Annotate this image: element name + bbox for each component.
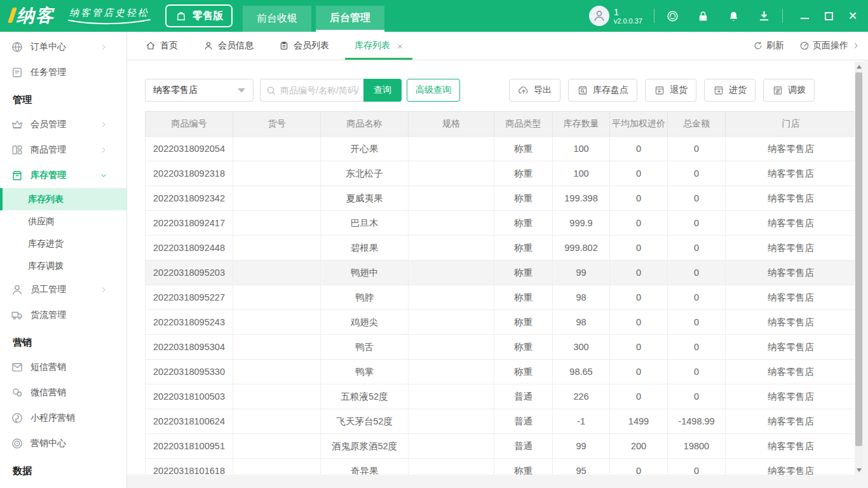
edition-badge[interactable]: 零售版	[165, 4, 233, 27]
purchase-button[interactable]: 进货	[704, 79, 756, 102]
table-cell	[409, 211, 494, 236]
purchase-icon	[713, 85, 724, 96]
scroll-up-button[interactable]	[855, 62, 863, 71]
page-operations-button[interactable]: 页面操作	[799, 40, 860, 51]
download-icon[interactable]	[757, 10, 771, 23]
page-tabbar: 首页会员信息会员列表库存列表×刷新页面操作	[127, 32, 868, 60]
scrollbar-thumb[interactable]	[855, 72, 862, 446]
stocktake-button[interactable]: 库存盘点	[568, 79, 637, 102]
close-button[interactable]: ✕	[843, 6, 863, 26]
tab-member-list[interactable]: 会员列表	[269, 32, 339, 60]
table-cell: 纳客零售店	[726, 434, 857, 459]
sidebar-item-inventory-list[interactable]: 库存列表	[0, 188, 126, 210]
close-tab-icon[interactable]: ×	[397, 41, 403, 51]
bottom-strip	[127, 475, 868, 488]
lock-icon[interactable]	[696, 10, 710, 23]
table-cell: 夏威夷果	[321, 186, 409, 211]
column-header: 商品编号	[146, 112, 233, 137]
sidebar-item-order-center[interactable]: 订单中心	[0, 34, 126, 60]
advanced-search-button[interactable]: 高级查询	[407, 79, 460, 102]
minimize-button[interactable]	[794, 6, 815, 26]
tab-member-info[interactable]: 会员信息	[194, 32, 263, 60]
sidebar-item-inventory-transfer[interactable]: 库存调拨	[0, 255, 126, 277]
table-cell: 开心果	[321, 137, 409, 161]
search-input[interactable]	[280, 85, 358, 95]
table-row[interactable]: 20220318095227鸭脖称重9800纳客零售店	[146, 285, 857, 310]
table-cell: 纳客零售店	[726, 335, 857, 360]
table-cell: 0	[610, 384, 668, 409]
table-cell	[409, 137, 494, 161]
table-cell	[409, 161, 494, 186]
bell-icon[interactable]	[727, 10, 740, 23]
searchbox: 查询	[260, 79, 402, 102]
sidebar-item-inventory-purchase[interactable]: 库存进货	[0, 233, 126, 255]
sidebar-item-logistics-management[interactable]: 货流管理	[0, 302, 126, 328]
table-row[interactable]: 20220318095203鸭翅中称重9900纳客零售店	[146, 261, 857, 285]
avatar[interactable]	[589, 6, 609, 26]
table-cell: 称重	[494, 310, 553, 335]
search-icon	[266, 85, 276, 96]
sidebar-item-wechat-marketing[interactable]: 微信营销	[0, 380, 126, 405]
table-row[interactable]: 20220318092448碧根果称重999.80200纳客零售店	[146, 236, 857, 261]
user-number: 1	[614, 6, 642, 17]
table-cell: 称重	[494, 261, 553, 285]
table-cell: 20220318101618	[146, 459, 233, 475]
sidebar-item-member-management[interactable]: 会员管理	[0, 112, 126, 137]
sidebar-item-sms-marketing[interactable]: 短信营销	[0, 355, 126, 380]
table-cell	[409, 186, 494, 211]
maximize-button[interactable]	[818, 6, 839, 26]
customer-service-icon[interactable]	[666, 10, 679, 23]
tabbar-actions: 刷新页面操作	[753, 32, 860, 60]
table-row[interactable]: 20220318100951酒鬼原浆酒52度普通9920019800纳客零售店	[146, 434, 857, 459]
sidebar-item-marketing-center[interactable]: 营销中心	[0, 431, 126, 456]
table-row[interactable]: 20220318092054开心果称重10000纳客零售店	[146, 137, 857, 161]
table-cell: 称重	[494, 137, 553, 161]
table-row[interactable]: 20220318095243鸡翅尖称重9800纳客零售店	[146, 310, 857, 335]
table-cell: 999.802	[553, 236, 610, 261]
sidebar-item-inventory-management[interactable]: 库存管理	[0, 163, 126, 188]
shopping-bag-icon	[175, 10, 187, 22]
table-row[interactable]: 20220318095304鸭舌称重30000纳客零售店	[146, 335, 857, 360]
sidebar-item-label: 营销中心	[31, 438, 117, 449]
sidebar-item-staff-management[interactable]: 员工管理	[0, 277, 126, 302]
sidebar-item-supplier[interactable]: 供应商	[0, 210, 126, 233]
table-cell: 0	[610, 137, 668, 161]
store-select[interactable]: 纳客零售店	[145, 79, 254, 102]
sidebar-item-label: 商品管理	[31, 144, 97, 156]
table-row[interactable]: 20220318101618奇异果称重9500纳客零售店	[146, 459, 857, 475]
table-cell: 0	[668, 459, 726, 475]
sidebar-item-statistics-report[interactable]: 统计报表	[0, 483, 126, 488]
search-button[interactable]: 查询	[363, 79, 402, 102]
table-cell: 纳客零售店	[726, 409, 857, 434]
top-nav-backend-manage[interactable]: 后台管理	[316, 6, 384, 32]
table-row[interactable]: 20220318092417巴旦木称重999.900纳客零售店	[146, 211, 857, 236]
tab-inventory-list[interactable]: 库存列表×	[345, 32, 412, 60]
return-icon	[654, 85, 665, 96]
table-cell: 0	[668, 384, 726, 409]
sidebar-item-task-management[interactable]: 任务管理	[0, 60, 126, 85]
table-cell: 20220318095330	[146, 360, 233, 384]
table-cell: 0	[610, 186, 668, 211]
return-goods-button[interactable]: 退货	[645, 79, 696, 102]
refresh-button[interactable]: 刷新	[753, 40, 784, 51]
export-button[interactable]: 导出	[509, 79, 560, 102]
sidebar-item-label: 员工管理	[31, 284, 97, 295]
scrollbar[interactable]	[855, 62, 863, 475]
scroll-down-button[interactable]	[855, 465, 863, 475]
table-cell: 纳客零售店	[726, 285, 857, 310]
sidebar-item-miniprogram-marketing[interactable]: 小程序营销	[0, 405, 126, 431]
top-nav-front-cashier[interactable]: 前台收银	[243, 6, 311, 32]
tab-home[interactable]: 首页	[136, 32, 187, 60]
table-row[interactable]: 20220318092342夏威夷果称重199.39800纳客零售店	[146, 186, 857, 211]
transfer-button[interactable]: 调拨	[763, 79, 815, 102]
table-cell: 0	[668, 186, 726, 211]
column-header: 商品名称	[321, 112, 409, 137]
table-row[interactable]: 20220318100503五粮液52度普通22600纳客零售店	[146, 384, 857, 409]
table-cell: 20220318095227	[146, 285, 233, 310]
sidebar-item-product-management[interactable]: 商品管理	[0, 137, 126, 163]
table-row[interactable]: 20220318095330鸭掌称重98.6500纳客零售店	[146, 360, 857, 384]
table-row[interactable]: 20220318100624飞天茅台52度普通-11499-1498.99纳客零…	[146, 409, 857, 434]
table-row[interactable]: 20220318092318东北松子称重10000纳客零售店	[146, 161, 857, 186]
column-header: 库存数量	[553, 112, 610, 137]
sidebar-item-label: 订单中心	[31, 41, 97, 53]
